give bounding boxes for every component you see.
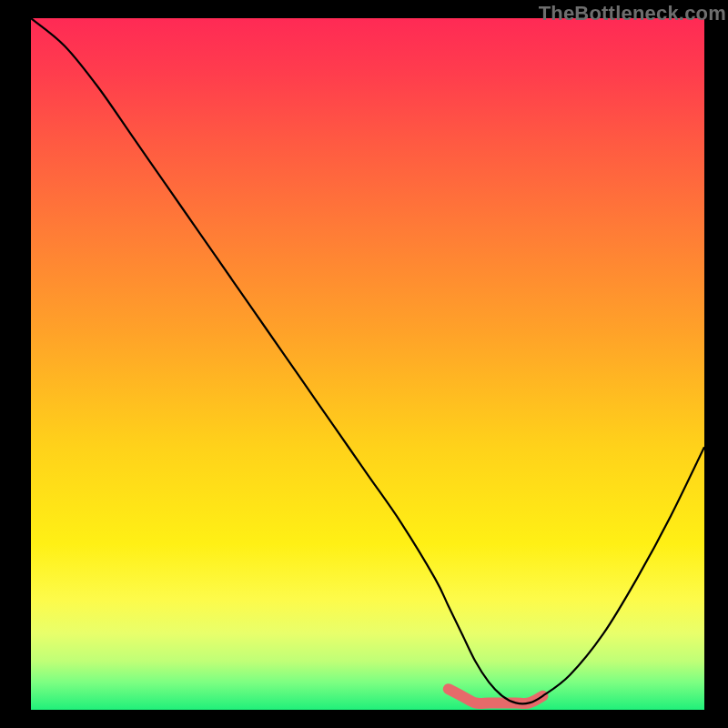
chart-svg	[31, 18, 704, 710]
bottleneck-curve	[31, 18, 704, 703]
chart-frame	[31, 18, 704, 710]
watermark-text: TheBottleneck.com	[539, 2, 726, 25]
